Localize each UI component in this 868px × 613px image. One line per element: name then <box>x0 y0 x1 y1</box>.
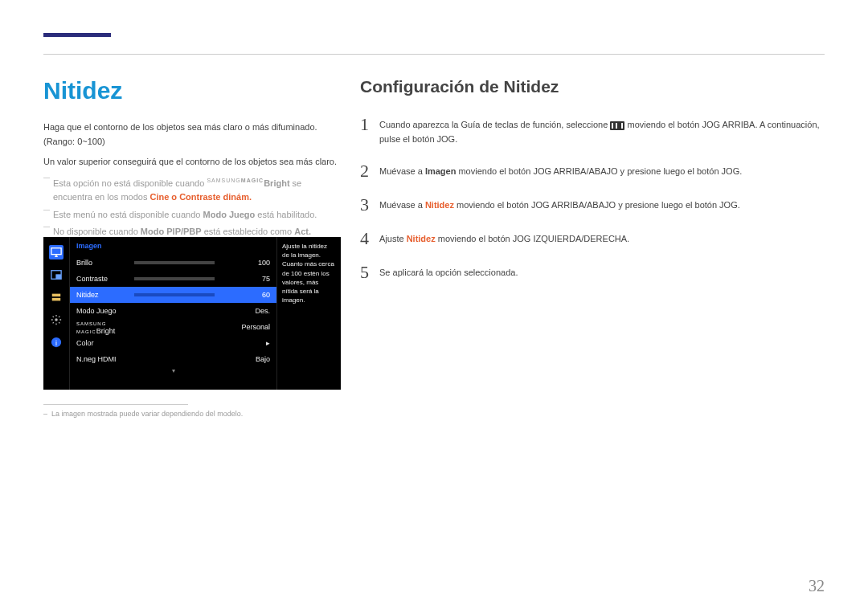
chevron-down-icon: ▾ <box>70 367 276 377</box>
menu-icon <box>610 121 624 130</box>
pip-icon <box>49 268 63 282</box>
step-number: 5 <box>360 264 379 281</box>
note2-part-b: está habilitado. <box>255 210 317 219</box>
osd-value: 75 <box>235 275 270 283</box>
monitor-icon <box>49 245 63 260</box>
s4a: Ajuste <box>379 234 407 243</box>
step-5: 5 Se aplicará la opción seleccionada. <box>360 264 826 281</box>
s1a: Cuando aparezca la Guía de teclas de fun… <box>379 120 610 129</box>
steps-list: 1 Cuando aparezca la Guía de teclas de f… <box>360 116 826 281</box>
step-text: Muévase a Imagen moviendo el botón JOG A… <box>379 162 742 179</box>
step-text: Se aplicará la opción seleccionada. <box>379 264 518 280</box>
step-number: 4 <box>360 230 379 247</box>
note1-part-a: Esta opción no está disponible cuando <box>53 178 207 187</box>
step-number: 2 <box>360 162 379 180</box>
svg-rect-0 <box>51 248 61 255</box>
s3a: Muévase a <box>379 200 425 210</box>
osd-value: Bajo <box>235 355 270 363</box>
note1-modes: Cine o Contraste dinám. <box>149 192 252 202</box>
osd-row-modojuego: Modo Juego Des. <box>70 303 276 319</box>
slider-brillo <box>134 261 215 264</box>
step-text: Ajuste Nitidez moviendo el botón JOG IZQ… <box>379 230 629 247</box>
osd-label: Contraste <box>76 275 134 283</box>
step-number: 1 <box>360 116 379 133</box>
osd-row-magicbright: SAMSUNGMAGICBright Personal <box>70 319 276 335</box>
svg-point-5 <box>55 318 58 321</box>
chevron-right-icon: ▸ <box>235 339 270 347</box>
osd-header: Imagen <box>70 237 276 255</box>
svg-rect-4 <box>52 298 61 301</box>
osd-label: Modo Juego <box>76 307 134 315</box>
osd-row-brillo: Brillo 100 <box>70 255 276 271</box>
osd-label: Nitidez <box>76 291 134 299</box>
intro-text: Haga que el contorno de los objetos sea … <box>43 121 341 149</box>
note3-part-a: No disponible cuando <box>53 227 141 236</box>
osd-value: Des. <box>235 307 270 315</box>
svg-rect-2 <box>56 275 60 278</box>
mb-pre: SAMSUNG <box>76 321 106 326</box>
display-icon <box>49 290 63 304</box>
samsung-label: SAMSUNG <box>207 178 240 183</box>
step-4: 4 Ajuste Nitidez moviendo el botón JOG I… <box>360 230 826 247</box>
osd-label: Color <box>76 339 134 347</box>
osd-label: SAMSUNGMAGICBright <box>76 319 134 335</box>
note3-bold: Modo PIP/PBP <box>141 227 202 236</box>
bright-label: Bright <box>264 178 289 187</box>
sub-text: Un valor superior conseguirá que el cont… <box>43 155 341 170</box>
osd-value: 100 <box>235 259 270 267</box>
osd-sidebar: i <box>43 237 69 390</box>
mb-suf: Bright <box>96 327 116 335</box>
s3b: moviendo el botón JOG ARRIBA/ABAJO y pre… <box>454 200 740 210</box>
osd-screenshot: i Imagen Brillo 100 Contraste 75 Nitidez… <box>43 237 341 390</box>
mb-mid: MAGIC <box>76 329 96 334</box>
step-1: 1 Cuando aparezca la Guía de teclas de f… <box>360 116 826 146</box>
svg-rect-3 <box>52 294 61 297</box>
footnote: La imagen mostrada puede variar dependie… <box>43 410 243 418</box>
note2-part-a: Este menú no está disponible cuando <box>53 210 203 219</box>
osd-label: N.neg HDMI <box>76 355 134 363</box>
heading-nitidez: Nitidez <box>43 77 341 104</box>
step-text: Muévase a Nitidez moviendo el botón JOG … <box>379 196 740 213</box>
osd-row-color: Color ▸ <box>70 335 276 351</box>
s2a: Muévase a <box>379 166 425 176</box>
note2-bold: Modo Juego <box>203 210 256 219</box>
s4bold: Nitidez <box>407 234 436 243</box>
s3bold: Nitidez <box>425 200 454 210</box>
header-rule <box>43 54 825 55</box>
osd-row-nitidez-selected: Nitidez 60 <box>70 287 276 303</box>
osd-main: Imagen Brillo 100 Contraste 75 Nitidez 6… <box>69 237 276 390</box>
settings-icon <box>49 313 63 327</box>
info-icon: i <box>49 335 63 349</box>
slider-contraste <box>134 277 215 280</box>
osd-row-contraste: Contraste 75 <box>70 271 276 287</box>
left-column: Nitidez Haga que el contorno de los obje… <box>43 77 341 243</box>
osd-description: Ajuste la nitidez de la imagen. Cuanto m… <box>276 237 341 390</box>
heading-config: Configuración de Nitidez <box>360 77 826 96</box>
slider-nitidez <box>134 293 215 296</box>
chapter-indicator <box>43 33 111 37</box>
osd-value: 60 <box>235 291 270 299</box>
note3-part-b: está establecido como <box>202 227 295 236</box>
note-magic-bright: Esta opción no está disponible cuando SA… <box>43 176 341 205</box>
step-2: 2 Muévase a Imagen moviendo el botón JOG… <box>360 162 826 180</box>
step-3: 3 Muévase a Nitidez moviendo el botón JO… <box>360 196 826 214</box>
page-number: 32 <box>809 577 825 595</box>
osd-value: Personal <box>235 323 270 331</box>
step-number: 3 <box>360 196 379 214</box>
right-column: Configuración de Nitidez 1 Cuando aparez… <box>360 77 826 297</box>
s2b: moviendo el botón JOG ARRIBA/ABAJO y pre… <box>456 166 742 176</box>
osd-label: Brillo <box>76 259 134 267</box>
note-modo-juego: Este menú no está disponible cuando Modo… <box>43 208 341 223</box>
s2bold: Imagen <box>425 166 457 176</box>
footnote-rule <box>43 404 188 405</box>
note3-act: Act. <box>294 227 311 236</box>
osd-row-nneg: N.neg HDMI Bajo <box>70 351 276 367</box>
svg-text:i: i <box>55 339 57 347</box>
s4b: moviendo el botón JOG IZQUIERDA/DERECHA. <box>436 234 629 243</box>
step-text: Cuando aparezca la Guía de teclas de fun… <box>379 116 826 146</box>
magic-label: MAGIC <box>241 178 264 183</box>
